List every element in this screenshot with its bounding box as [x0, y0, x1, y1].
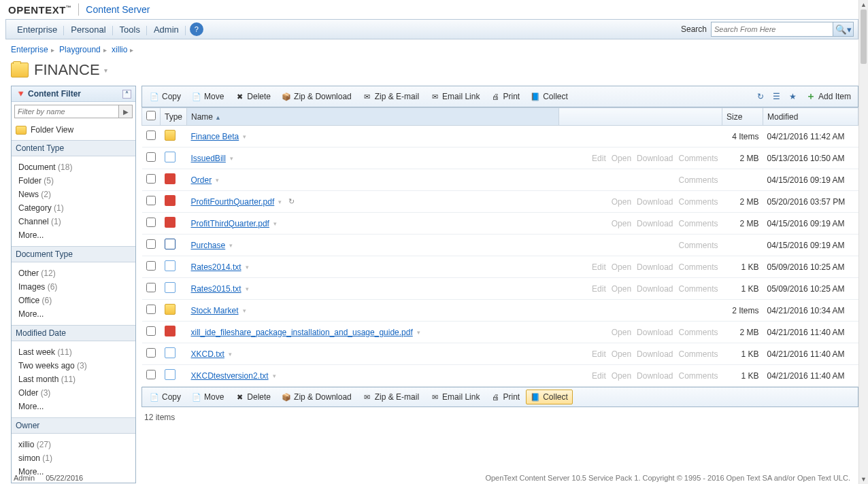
delete-button[interactable]: ✖Delete	[230, 89, 276, 104]
row-checkbox[interactable]	[146, 370, 156, 379]
item-name-link[interactable]: xill_ide_fileshare_package_installation_…	[191, 328, 413, 337]
row-action-open[interactable]: Open	[612, 197, 631, 207]
crumb-enterprise[interactable]: Enterprise	[11, 45, 48, 54]
facet-item[interactable]: Last month (11)	[18, 373, 129, 386]
folder-view-link[interactable]: Folder View	[12, 121, 135, 140]
row-menu-icon[interactable]: ▾	[278, 198, 282, 205]
item-name-link[interactable]: Rates2015.txt	[191, 284, 241, 294]
delete-button[interactable]: ✖Delete	[230, 390, 276, 404]
row-action-open[interactable]: Open	[612, 262, 631, 272]
row-action-edit[interactable]: Edit	[592, 154, 606, 163]
facet-item[interactable]: Images (6)	[18, 280, 129, 294]
zip-e-mail-button[interactable]: ✉Zip & E-mail	[358, 390, 424, 404]
row-action-download[interactable]: Download	[637, 219, 673, 228]
collapse-icon[interactable]: ˄	[122, 90, 131, 99]
item-name-link[interactable]: Stock Market	[191, 306, 239, 315]
row-menu-icon[interactable]: ▾	[417, 329, 420, 336]
nav-tools[interactable]: Tools	[113, 24, 147, 35]
nav-admin[interactable]: Admin	[147, 24, 186, 35]
favorite-icon[interactable]: ★	[786, 90, 801, 103]
row-menu-icon[interactable]: ▾	[273, 220, 277, 227]
facet-item[interactable]: simon (1)	[18, 451, 129, 465]
row-action-edit[interactable]: Edit	[592, 371, 606, 381]
facet-item[interactable]: Channel (1)	[18, 215, 129, 228]
crumb-xillio[interactable]: xillio	[112, 45, 127, 54]
email-link-button[interactable]: ✉Email Link	[425, 89, 484, 104]
item-name-link[interactable]: Order	[191, 175, 212, 185]
collect-button[interactable]: 📘Collect	[526, 89, 573, 104]
row-action-download[interactable]: Download	[637, 197, 673, 207]
print-button[interactable]: 🖨Print	[486, 89, 524, 104]
row-menu-icon[interactable]: ▾	[246, 286, 249, 292]
row-checkbox[interactable]	[146, 283, 156, 292]
copy-button[interactable]: 📄Copy	[145, 390, 186, 404]
col-type[interactable]: Type	[161, 108, 187, 126]
row-action-comments[interactable]: Comments	[678, 154, 718, 163]
move-button[interactable]: 📄Move	[187, 390, 229, 404]
select-all-checkbox[interactable]	[146, 111, 156, 120]
row-action-open[interactable]: Open	[612, 328, 631, 337]
row-action-edit[interactable]: Edit	[592, 284, 606, 294]
facet-item[interactable]: Other (12)	[18, 266, 129, 280]
row-action-open[interactable]: Open	[612, 219, 631, 228]
vertical-scrollbar[interactable]: ▲ ▼	[858, 0, 868, 484]
row-action-download[interactable]: Download	[637, 284, 673, 294]
facet-item[interactable]: Older (3)	[18, 386, 129, 400]
row-action-comments[interactable]: Comments	[678, 262, 718, 272]
facet-item[interactable]: Two weeks ago (3)	[18, 359, 129, 373]
facet-item[interactable]: Last week (11)	[18, 345, 129, 359]
help-icon[interactable]: ?	[190, 22, 203, 36]
row-action-download[interactable]: Download	[637, 154, 673, 163]
scroll-down-icon[interactable]: ▼	[859, 474, 868, 484]
scrollbar-thumb[interactable]	[861, 10, 867, 64]
row-action-edit[interactable]: Edit	[592, 349, 606, 359]
row-action-comments[interactable]: Comments	[678, 175, 718, 185]
row-action-open[interactable]: Open	[612, 349, 631, 359]
row-action-download[interactable]: Download	[637, 349, 673, 359]
facet-item[interactable]: News (2)	[18, 188, 129, 201]
row-action-comments[interactable]: Comments	[678, 349, 718, 359]
row-menu-icon[interactable]: ▾	[246, 264, 249, 271]
refresh-icon[interactable]: ↻	[753, 90, 768, 103]
row-action-edit[interactable]: Edit	[592, 262, 606, 272]
facet-item[interactable]: Office (6)	[18, 294, 129, 307]
item-name-link[interactable]: IssuedBill	[191, 154, 226, 163]
row-menu-icon[interactable]: ▾	[243, 133, 246, 140]
row-menu-icon[interactable]: ▾	[243, 307, 246, 314]
row-checkbox[interactable]	[146, 218, 156, 227]
zip-download-button[interactable]: 📦Zip & Download	[277, 89, 356, 104]
row-menu-icon[interactable]: ▾	[273, 373, 276, 379]
filter-apply-button[interactable]: ▶	[119, 105, 133, 118]
row-action-comments[interactable]: Comments	[678, 328, 718, 337]
filter-name-input[interactable]	[14, 105, 119, 118]
facet-more-link[interactable]: More...	[18, 400, 129, 413]
row-action-comments[interactable]: Comments	[678, 284, 718, 294]
print-button[interactable]: 🖨Print	[486, 390, 524, 404]
row-action-download[interactable]: Download	[637, 328, 673, 337]
row-action-download[interactable]: Download	[637, 262, 673, 272]
crumb-playground[interactable]: Playground	[59, 45, 101, 54]
row-action-comments[interactable]: Comments	[678, 371, 718, 381]
facet-more-link[interactable]: More...	[18, 307, 129, 321]
scroll-up-icon[interactable]: ▲	[859, 0, 868, 10]
reload-icon[interactable]: ↻	[288, 197, 295, 206]
row-action-download[interactable]: Download	[637, 371, 673, 381]
col-size[interactable]: Size	[722, 108, 763, 126]
row-menu-icon[interactable]: ▾	[229, 242, 233, 249]
col-modified[interactable]: Modified	[763, 108, 858, 126]
item-name-link[interactable]: ProfitFourthQuarter.pdf	[191, 197, 275, 207]
row-action-open[interactable]: Open	[612, 284, 631, 294]
collect-button[interactable]: 📘Collect	[526, 390, 573, 404]
email-link-button[interactable]: ✉Email Link	[425, 390, 484, 404]
item-name-link[interactable]: Purchase	[191, 241, 226, 250]
col-name[interactable]: Name▲	[187, 108, 559, 126]
row-checkbox[interactable]	[146, 305, 156, 314]
item-name-link[interactable]: XKCDtestversion2.txt	[191, 371, 269, 381]
row-action-comments[interactable]: Comments	[678, 197, 718, 207]
row-menu-icon[interactable]: ▾	[230, 155, 233, 162]
title-dropdown-icon[interactable]: ▾	[104, 67, 107, 74]
item-name-link[interactable]: ProfitThirdQuarter.pdf	[191, 219, 269, 228]
facet-more-link[interactable]: More...	[18, 228, 129, 242]
zip-download-button[interactable]: 📦Zip & Download	[277, 390, 356, 404]
search-input[interactable]	[711, 22, 833, 37]
